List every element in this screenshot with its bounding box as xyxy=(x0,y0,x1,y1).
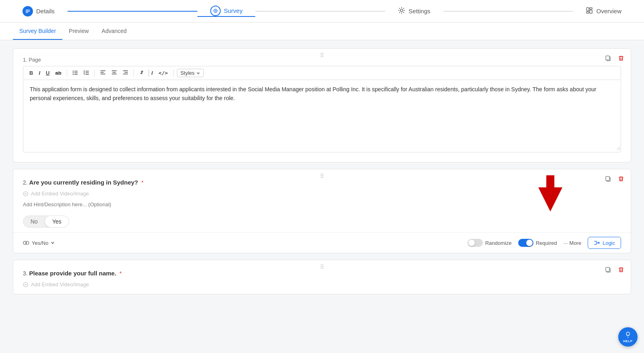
divider-2 xyxy=(94,70,95,77)
card-question-3: ⠿ 3. Please provide your full name. * xyxy=(13,260,631,294)
main-content: ⠿ 1. Page B I U ab xyxy=(0,40,644,353)
delete-button-3[interactable] xyxy=(616,265,626,276)
svg-rect-11 xyxy=(606,56,609,60)
svg-point-14 xyxy=(72,72,73,73)
toggle-yes[interactable]: Yes xyxy=(45,216,69,227)
tab-survey-builder[interactable]: Survey Builder xyxy=(13,23,62,40)
underline-button[interactable]: U xyxy=(44,69,51,77)
bold-button[interactable]: B xyxy=(27,69,35,77)
question-number-2: 2. xyxy=(23,179,28,186)
type-selector[interactable]: Yes/No xyxy=(23,240,55,246)
embed-icon-3 xyxy=(23,282,29,287)
step-line-1 xyxy=(68,11,197,12)
text-toolbar: B I U ab 1. 2. xyxy=(23,66,621,80)
card-question-2: ⠿ 2. Are you currently residing in Sydne… xyxy=(13,169,631,253)
card-actions-2 xyxy=(603,174,626,185)
question-text-2: Are you currently residing in Sydney? xyxy=(29,179,138,186)
embed-video-2[interactable]: Add Embed Video/Image xyxy=(13,189,631,198)
logic-label: Logic xyxy=(603,240,615,246)
align-left-button[interactable] xyxy=(98,69,108,77)
embed-icon xyxy=(23,191,29,197)
styles-dropdown[interactable]: Styles xyxy=(177,69,204,77)
randomize-label: Randomize xyxy=(485,240,512,246)
randomize-item: Randomize xyxy=(468,239,512,247)
nav-item-settings[interactable]: Settings xyxy=(385,7,443,15)
page-content-text: This application form is designed to col… xyxy=(30,86,597,101)
delete-button-1[interactable] xyxy=(616,53,626,65)
settings-nav-icon xyxy=(398,7,405,15)
more-label: More xyxy=(569,240,581,246)
italic2-button[interactable]: I xyxy=(148,69,155,77)
nav-item-survey[interactable]: Survey xyxy=(197,6,256,17)
strikethrough-button[interactable]: ab xyxy=(53,69,63,77)
randomize-toggle[interactable] xyxy=(468,239,483,247)
svg-point-5 xyxy=(400,9,403,12)
copy-button-2[interactable] xyxy=(603,174,613,185)
svg-point-12 xyxy=(72,71,73,72)
nav-item-overview[interactable]: Overview xyxy=(573,7,634,15)
logic-button[interactable]: Logic xyxy=(588,237,621,249)
question-number-3: 3. xyxy=(23,270,28,277)
yes-no-toggle: No Yes xyxy=(23,215,69,228)
embed-label-3: Add Embed Video/Image xyxy=(31,281,89,287)
footer-right-2: Randomize Required ··· More Logic xyxy=(468,237,621,249)
overview-nav-icon xyxy=(586,7,593,15)
copy-button-1[interactable] xyxy=(603,53,613,65)
ordered-list-button[interactable]: 1. 2. 3. xyxy=(82,69,91,77)
chevron-down-icon xyxy=(51,241,55,245)
code-button[interactable]: </> xyxy=(156,69,170,77)
unordered-list-button[interactable] xyxy=(70,69,80,77)
overview-label: Overview xyxy=(596,8,621,14)
card-page: ⠿ 1. Page B I U ab xyxy=(13,48,631,162)
nav-steps: Details Survey Settings xyxy=(10,6,634,17)
tab-advanced[interactable]: Advanced xyxy=(95,23,133,40)
required-star-3: * xyxy=(119,270,121,277)
svg-rect-9 xyxy=(587,12,589,13)
required-label: Required xyxy=(536,240,557,246)
step-line-2 xyxy=(255,11,385,12)
survey-nav-icon xyxy=(210,6,221,16)
top-navigation: Details Survey Settings xyxy=(0,0,644,23)
drag-handle-3[interactable]: ⠿ xyxy=(320,263,324,271)
delete-button-2[interactable] xyxy=(616,174,626,185)
survey-label: Survey xyxy=(224,7,243,14)
svg-rect-7 xyxy=(590,8,592,9)
settings-label: Settings xyxy=(408,8,430,14)
more-button[interactable]: ··· More xyxy=(563,240,581,246)
svg-point-4 xyxy=(215,10,216,11)
card-actions-1 xyxy=(603,53,626,65)
svg-rect-34 xyxy=(606,176,609,181)
required-toggle[interactable] xyxy=(518,239,533,247)
align-right-button[interactable] xyxy=(121,69,130,77)
tab-preview[interactable]: Preview xyxy=(62,23,95,40)
help-icon xyxy=(624,331,632,339)
type-icon xyxy=(23,240,29,246)
drag-handle-2[interactable]: ⠿ xyxy=(320,172,324,180)
svg-rect-40 xyxy=(606,267,609,271)
help-label: HELP xyxy=(623,339,632,343)
help-button[interactable]: HELP xyxy=(618,327,638,347)
svg-point-42 xyxy=(628,337,628,338)
copy-button-3[interactable] xyxy=(603,265,613,276)
hint-input-2[interactable] xyxy=(23,200,621,209)
italic-button[interactable]: I xyxy=(37,69,42,77)
card-actions-3 xyxy=(603,265,626,276)
link-button[interactable] xyxy=(137,69,147,77)
details-label: Details xyxy=(36,8,55,14)
sub-tabs: Survey Builder Preview Advanced xyxy=(0,23,644,40)
toggle-no[interactable]: No xyxy=(23,216,45,227)
embed-label-2: Add Embed Video/Image xyxy=(31,191,89,197)
details-icon xyxy=(23,6,33,16)
logic-icon xyxy=(594,240,600,246)
drag-handle-1[interactable]: ⠿ xyxy=(320,52,324,59)
card-footer-2: Yes/No Randomize Required ··· More xyxy=(13,232,631,253)
required-item: Required xyxy=(518,239,557,247)
align-center-button[interactable] xyxy=(109,69,119,77)
svg-rect-6 xyxy=(587,8,589,11)
divider-3 xyxy=(133,70,134,77)
nav-item-details[interactable]: Details xyxy=(10,6,68,16)
embed-video-3[interactable]: Add Embed Video/Image xyxy=(13,280,631,294)
type-label: Yes/No xyxy=(32,240,48,246)
step-line-3 xyxy=(443,11,573,12)
question-text-3: Please provide your full name. xyxy=(29,270,117,277)
